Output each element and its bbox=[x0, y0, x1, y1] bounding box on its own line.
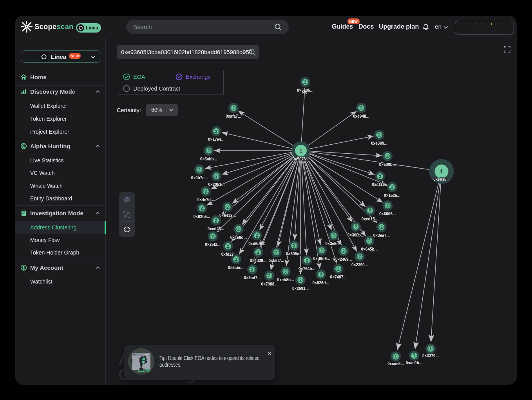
svg-text:0xd6d6...: 0xd6d6... bbox=[248, 242, 265, 246]
svg-text:0×530b...: 0×530b... bbox=[379, 162, 396, 167]
svg-text:0xe948...: 0xe948... bbox=[353, 114, 369, 118]
svg-text:0xcae8...: 0xcae8... bbox=[387, 362, 404, 366]
svg-text:0×5ad7...: 0×5ad7... bbox=[244, 276, 261, 280]
svg-text:1: 1 bbox=[394, 354, 397, 359]
svg-text:2: 2 bbox=[212, 234, 214, 239]
svg-text:0×7988...: 0×7988... bbox=[261, 282, 278, 286]
svg-text:2: 2 bbox=[299, 278, 302, 282]
svg-text:0×398c...: 0×398c... bbox=[286, 252, 302, 256]
svg-text:0×17e4...: 0×17e4... bbox=[208, 137, 224, 142]
svg-text:0x0b7e...: 0x0b7e... bbox=[191, 176, 208, 180]
svg-text:2: 2 bbox=[226, 205, 229, 209]
svg-text:2: 2 bbox=[320, 248, 323, 253]
svg-text:0×6432...: 0×6432... bbox=[219, 213, 236, 218]
svg-text:2: 2 bbox=[204, 189, 207, 194]
svg-text:0×3ea7...: 0×3ea7... bbox=[373, 233, 390, 238]
svg-text:2: 2 bbox=[378, 133, 380, 137]
svg-text:0xc116...: 0xc116... bbox=[372, 182, 388, 187]
svg-text:0×5a05...: 0×5a05... bbox=[297, 88, 313, 93]
svg-text:0×2469...: 0×2469... bbox=[335, 257, 352, 262]
svg-text:0xafa7...: 0xafa7... bbox=[226, 114, 241, 118]
svg-text:0×5abb...: 0×5abb... bbox=[200, 157, 217, 161]
svg-text:2: 2 bbox=[320, 272, 322, 277]
svg-text:2: 2 bbox=[304, 80, 306, 84]
svg-text:0×826d...: 0×826d... bbox=[313, 281, 329, 285]
svg-text:2: 2 bbox=[342, 249, 345, 253]
svg-text:2: 2 bbox=[355, 224, 357, 229]
svg-text:2: 2 bbox=[201, 206, 203, 211]
svg-text:0xeb8b...: 0xeb8b... bbox=[277, 278, 294, 282]
svg-text:0×3379...: 0×3379... bbox=[422, 354, 439, 358]
svg-text:2: 2 bbox=[235, 257, 237, 262]
svg-text:2: 2 bbox=[237, 227, 240, 231]
svg-text:2: 2 bbox=[360, 105, 362, 110]
svg-text:2: 2 bbox=[215, 218, 217, 223]
svg-text:0×4e7d...: 0×4e7d... bbox=[197, 198, 214, 202]
svg-text:2: 2 bbox=[337, 267, 340, 271]
svg-text:0xe936...: 0xe936... bbox=[433, 177, 450, 182]
svg-text:0×1525...: 0×1525... bbox=[384, 193, 400, 198]
svg-text:2: 2 bbox=[215, 174, 217, 178]
svg-text:2: 2 bbox=[256, 233, 258, 238]
svg-text:2: 2 bbox=[386, 203, 389, 208]
svg-text:2: 2 bbox=[227, 244, 229, 249]
svg-text:0×5076...: 0×5076... bbox=[293, 157, 309, 161]
svg-text:0×645b...: 0×645b... bbox=[361, 247, 378, 251]
svg-text:0×2051...: 0×2051... bbox=[208, 182, 224, 187]
svg-text:0×2390...: 0×2390... bbox=[351, 263, 368, 267]
svg-text:2: 2 bbox=[215, 129, 217, 134]
svg-text:0×6006...: 0×6006... bbox=[379, 212, 396, 216]
svg-text:2: 2 bbox=[284, 269, 287, 274]
svg-text:2: 2 bbox=[293, 243, 295, 248]
svg-text:2: 2 bbox=[333, 233, 335, 238]
svg-text:0xd8d9...: 0xd8d9... bbox=[313, 256, 330, 261]
svg-text:2: 2 bbox=[391, 185, 393, 189]
svg-text:0×7487...: 0×7487... bbox=[330, 275, 347, 279]
svg-text:2: 2 bbox=[379, 174, 381, 179]
svg-text:0×4d39...: 0×4d39... bbox=[250, 258, 267, 263]
svg-text:0×764b...: 0×764b... bbox=[299, 267, 315, 271]
svg-text:0×62b5...: 0×62b5... bbox=[194, 215, 210, 219]
svg-text:1: 1 bbox=[413, 353, 415, 358]
svg-text:2: 2 bbox=[368, 238, 371, 243]
svg-text:2: 2 bbox=[386, 154, 389, 158]
svg-text:2: 2 bbox=[369, 208, 371, 213]
svg-text:2: 2 bbox=[198, 167, 201, 172]
svg-text:2: 2 bbox=[232, 105, 235, 110]
svg-text:1: 1 bbox=[429, 346, 432, 351]
svg-text:2: 2 bbox=[268, 273, 271, 278]
svg-text:1: 1 bbox=[440, 168, 443, 175]
svg-text:0xe399...: 0xe399... bbox=[371, 141, 387, 145]
svg-text:1: 1 bbox=[299, 148, 302, 154]
svg-text:0×360b...: 0×360b... bbox=[347, 233, 364, 237]
svg-text:2: 2 bbox=[207, 148, 210, 153]
svg-text:2: 2 bbox=[380, 225, 383, 229]
svg-text:0×25f2...: 0×25f2... bbox=[205, 242, 221, 247]
svg-text:2: 2 bbox=[358, 254, 361, 259]
svg-text:0xb5f7...: 0xb5f7... bbox=[269, 258, 284, 263]
svg-text:0×5cbc...: 0×5cbc... bbox=[228, 265, 245, 270]
svg-text:0×3e5e...: 0×3e5e... bbox=[326, 242, 342, 246]
svg-text:2: 2 bbox=[275, 250, 278, 255]
svg-text:0×2691...: 0×2691... bbox=[292, 286, 309, 291]
svg-text:2: 2 bbox=[251, 267, 253, 272]
svg-text:0xce8d...: 0xce8d... bbox=[230, 235, 247, 240]
svg-text:2: 2 bbox=[257, 250, 259, 255]
svg-text:0xae0b...: 0xae0b... bbox=[406, 361, 422, 365]
svg-text:0xcd15...: 0xcd15... bbox=[362, 217, 378, 221]
svg-text:2: 2 bbox=[306, 258, 308, 263]
svg-text:0xcd48...: 0xcd48... bbox=[208, 227, 224, 231]
